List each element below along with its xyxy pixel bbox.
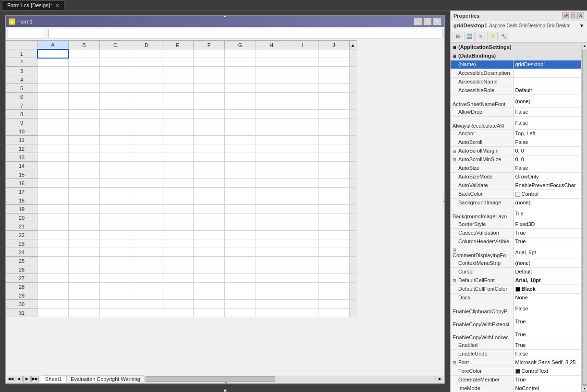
cell-J14[interactable]: [318, 162, 350, 170]
cell-C31[interactable]: [100, 309, 131, 317]
tab-form-design[interactable]: Form1.cs [Design]* ✕: [2, 0, 64, 10]
cell-E29[interactable]: [162, 291, 194, 300]
cell-E12[interactable]: [162, 144, 194, 153]
cell-A13[interactable]: [37, 153, 69, 162]
resize-handle-left[interactable]: [5, 199, 7, 202]
cell-B19[interactable]: [69, 205, 100, 214]
cell-F30[interactable]: [194, 300, 225, 309]
cell-C14[interactable]: [100, 162, 131, 170]
prop-row[interactable]: DockNone: [451, 293, 581, 302]
cell-I8[interactable]: [287, 110, 318, 119]
cell-G7[interactable]: [225, 101, 256, 110]
cell-J11[interactable]: [318, 136, 350, 144]
scroll-down-btn[interactable]: ▼: [582, 385, 587, 392]
prop-row[interactable]: ForeColorControlText: [451, 367, 581, 375]
cell-A17[interactable]: [37, 188, 69, 196]
cell-A30[interactable]: [37, 300, 69, 309]
cell-A25[interactable]: [37, 257, 69, 265]
cell-A18[interactable]: [37, 196, 69, 205]
cell-A11[interactable]: [37, 136, 69, 144]
cell-G12[interactable]: [225, 144, 256, 153]
cell-B28[interactable]: [69, 283, 100, 291]
cell-D4[interactable]: [131, 75, 162, 84]
cell-C27[interactable]: [100, 274, 131, 283]
cell-J17[interactable]: [318, 188, 350, 196]
cell-J18[interactable]: [318, 196, 350, 205]
prop-value-cell[interactable]: [513, 69, 581, 77]
cell-G27[interactable]: [225, 274, 256, 283]
props-properties-icon[interactable]: ≡: [476, 32, 486, 41]
cell-F19[interactable]: [194, 205, 225, 214]
col-header-I[interactable]: I: [287, 41, 318, 49]
cell-B18[interactable]: [69, 196, 100, 205]
cell-D27[interactable]: [131, 274, 162, 283]
cell-D7[interactable]: [131, 101, 162, 110]
cell-J3[interactable]: [318, 67, 350, 75]
cell-A6[interactable]: [37, 93, 69, 101]
cell-C3[interactable]: [100, 67, 131, 75]
col-header-F[interactable]: F: [194, 41, 225, 49]
cell-G18[interactable]: [225, 196, 256, 205]
cell-D22[interactable]: [131, 231, 162, 239]
cell-J28[interactable]: [318, 283, 350, 291]
scroll-thumb[interactable]: [582, 50, 587, 385]
col-header-A[interactable]: A: [37, 41, 69, 49]
cell-I26[interactable]: [287, 265, 318, 274]
formula-bar-input[interactable]: [48, 29, 442, 38]
prop-row[interactable]: ⊞AutoScrollMargin0, 0: [451, 146, 581, 155]
cell-A12[interactable]: [37, 144, 69, 153]
cell-B9[interactable]: [69, 119, 100, 127]
prop-row[interactable]: AutoValidateEnablePreventFocusChar: [451, 181, 581, 190]
prop-value-cell[interactable]: True: [513, 328, 581, 341]
cell-I11[interactable]: [287, 136, 318, 144]
cell-H24[interactable]: [256, 248, 287, 257]
cell-J1[interactable]: [318, 49, 350, 58]
cell-G19[interactable]: [225, 205, 256, 214]
cell-F8[interactable]: [194, 110, 225, 119]
cell-H20[interactable]: [256, 214, 287, 222]
cell-E21[interactable]: [162, 222, 194, 231]
props-categorized-icon[interactable]: ⊞: [452, 32, 463, 41]
cell-E30[interactable]: [162, 300, 194, 309]
cell-E19[interactable]: [162, 205, 194, 214]
cell-I29[interactable]: [287, 291, 318, 300]
tab-close-icon[interactable]: ✕: [55, 3, 59, 8]
cell-A20[interactable]: [37, 214, 69, 222]
cell-J21[interactable]: [318, 222, 350, 231]
cell-B25[interactable]: [69, 257, 100, 265]
cell-H19[interactable]: [256, 205, 287, 214]
prop-value-cell[interactable]: Arial, 10pt: [513, 276, 581, 285]
prop-value-cell[interactable]: (none): [513, 95, 581, 107]
props-more-icon[interactable]: 🔧: [499, 32, 509, 41]
cell-J20[interactable]: [318, 214, 350, 222]
cell-D18[interactable]: [131, 196, 162, 205]
cell-B13[interactable]: [69, 153, 100, 162]
prop-value-cell[interactable]: True: [513, 315, 581, 328]
cell-H27[interactable]: [256, 274, 287, 283]
cell-G20[interactable]: [225, 214, 256, 222]
cell-H2[interactable]: [256, 58, 287, 67]
cell-H28[interactable]: [256, 283, 287, 291]
cell-H7[interactable]: [256, 101, 287, 110]
cell-F25[interactable]: [194, 257, 225, 265]
cell-C19[interactable]: [100, 205, 131, 214]
cell-G17[interactable]: [225, 188, 256, 196]
cell-name-input[interactable]: [8, 29, 46, 38]
cell-I25[interactable]: [287, 257, 318, 265]
prop-row[interactable]: BackgroundImageLayoTile: [451, 207, 581, 220]
cell-F23[interactable]: [194, 239, 225, 248]
prop-value-cell[interactable]: [513, 77, 581, 86]
cell-E26[interactable]: [162, 265, 194, 274]
prop-value-cell[interactable]: False: [513, 164, 581, 172]
maximize-button[interactable]: □: [423, 18, 432, 25]
prop-group-label[interactable]: ⊞(DataBindings): [451, 51, 581, 60]
cell-A26[interactable]: [37, 265, 69, 274]
cell-E11[interactable]: [162, 136, 194, 144]
prop-value-cell[interactable]: False: [513, 302, 581, 315]
cell-H4[interactable]: [256, 75, 287, 84]
cell-H21[interactable]: [256, 222, 287, 231]
cell-C2[interactable]: [100, 58, 131, 67]
col-header-C[interactable]: C: [100, 41, 131, 49]
prop-row[interactable]: CursorDefault: [451, 267, 581, 276]
sheet-tab-sheet1[interactable]: Sheet1: [41, 375, 66, 383]
